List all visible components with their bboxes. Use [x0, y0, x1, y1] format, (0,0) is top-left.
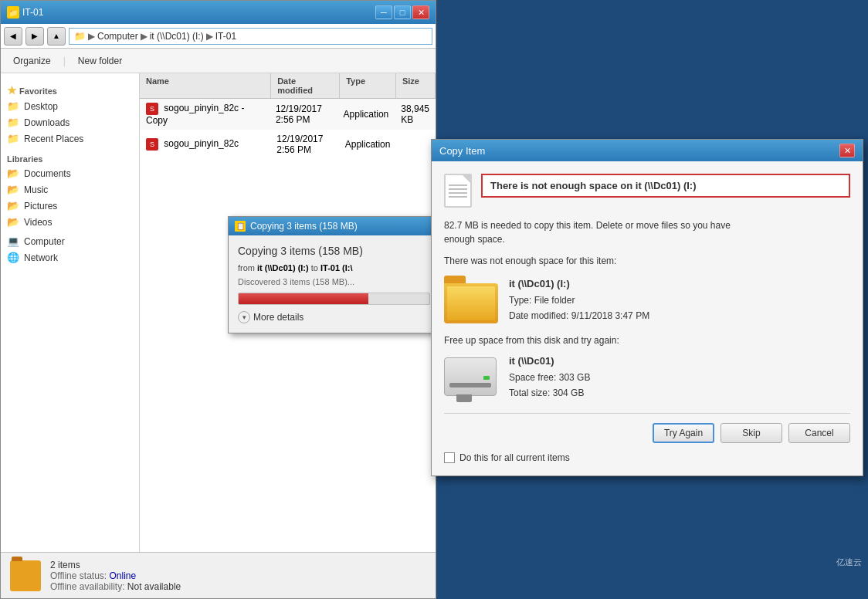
network-icon: 🌐	[7, 252, 19, 263]
watermark: 亿速云	[836, 557, 862, 568]
back-button[interactable]: ◀	[4, 27, 22, 46]
error-description: 82.7 MB is needed to copy this item. Del…	[444, 218, 850, 246]
copy-dialog-icon: 📋	[235, 221, 246, 232]
network-label: Network	[24, 252, 58, 263]
explorer-window-icon: 📁	[7, 6, 19, 19]
drive-section: it (\\Dc01) Space free: 303 GB Total siz…	[444, 352, 850, 402]
status-folder-icon	[10, 560, 41, 591]
downloads-label: Downloads	[24, 117, 70, 128]
table-row[interactable]: S sogou_pinyin_82c - Copy 12/19/2017 2:5…	[140, 99, 436, 130]
file-date-cell: 12/19/2017 2:56 PM	[270, 131, 338, 157]
error-dialog-body: There is not enough space on it (\\Dc01)…	[432, 161, 863, 475]
copy-discovered: Discovered 3 items (158 MB)...	[238, 277, 430, 286]
folder-type: Type: File folder	[509, 293, 649, 308]
copy-dialog: 📋 Copying 3 items (158 MB) Copying 3 ite…	[228, 216, 440, 333]
error-dialog-close-button[interactable]: ✕	[839, 144, 855, 157]
up-button[interactable]: ▲	[47, 27, 66, 46]
address-path[interactable]: 📁 ▶ Computer ▶ it (\\Dc01) (I:) ▶ IT-01	[69, 28, 432, 45]
new-folder-button[interactable]: New folder	[72, 52, 128, 70]
error-dialog-title-bar: Copy Item ✕	[432, 140, 863, 161]
file-type-cell: Application	[339, 137, 397, 152]
large-folder-icon	[444, 276, 498, 323]
libraries-header: Libraries	[1, 150, 139, 165]
favorites-header: ★ Favorites	[1, 80, 139, 98]
downloads-icon: 📁	[7, 117, 19, 128]
copy-dialog-title-bar: 📋 Copying 3 items (158 MB)	[229, 217, 439, 235]
copy-dialog-from: from it (\\Dc01) (I:) to IT-01 (I:\	[238, 263, 430, 272]
sidebar-item-music[interactable]: 📂 Music	[1, 181, 139, 198]
organize-button[interactable]: Organize	[7, 52, 57, 70]
free-space-label: Free up space from this disk and try aga…	[444, 335, 850, 346]
maximize-button[interactable]: □	[394, 5, 411, 19]
sidebar: ★ Favorites 📁 Desktop 📁 Downloads 📁 Rece…	[1, 73, 140, 552]
table-row[interactable]: S sogou_pinyin_82c 12/19/2017 2:56 PM Ap…	[140, 130, 436, 159]
error-buttons: Try Again Skip Cancel	[444, 423, 850, 443]
forward-button[interactable]: ▶	[25, 27, 44, 46]
folder-body	[444, 283, 498, 323]
sidebar-item-downloads[interactable]: 📁 Downloads	[1, 114, 139, 130]
drive-name: it (\\Dc01)	[509, 353, 590, 370]
copy-dialog-title-text: Copying 3 items (158 MB)	[250, 221, 358, 232]
computer-icon: 💻	[7, 235, 19, 247]
not-enough-label: There was not enough space for this item…	[444, 256, 850, 266]
more-details-label: More details	[253, 312, 303, 323]
documents-icon: 📂	[7, 168, 19, 179]
items-count: 2 items	[50, 560, 181, 570]
desktop-label: Desktop	[24, 101, 58, 112]
sidebar-item-recent-places[interactable]: 📁 Recent Places	[1, 130, 139, 147]
file-size-cell	[396, 142, 436, 147]
sidebar-item-network[interactable]: 🌐 Network	[1, 249, 139, 266]
path-drive: it (\\Dc01) (I:)	[150, 31, 204, 42]
close-button[interactable]: ✕	[412, 5, 429, 19]
folder-info-section: it (\\Dc01) (I:) Type: File folder Date …	[444, 276, 850, 324]
address-bar: ◀ ▶ ▲ 📁 ▶ Computer ▶ it (\\Dc01) (I:) ▶ …	[1, 24, 436, 49]
toolbar-separator: |	[63, 56, 66, 66]
more-details-row[interactable]: ▾ More details	[238, 311, 430, 323]
sidebar-item-pictures[interactable]: 📂 Pictures	[1, 198, 139, 214]
status-bar: 2 items Offline status: Online Offline a…	[1, 552, 436, 598]
copy-dest: IT-01 (I:\	[320, 263, 353, 272]
copy-source: it (\\Dc01) (I:)	[257, 263, 309, 272]
path-folder: IT-01	[215, 31, 236, 42]
cancel-button[interactable]: Cancel	[788, 423, 850, 443]
computer-section: 💻 Computer 🌐 Network	[1, 233, 139, 266]
title-bar-buttons: ─ □ ✕	[375, 5, 429, 19]
file-list-header: Name Date modified Type Size	[140, 73, 436, 99]
app-icon: S	[146, 103, 158, 115]
col-type-header[interactable]: Type	[340, 73, 396, 98]
error-header-row: There is not enough space on it (\\Dc01)…	[444, 174, 850, 208]
documents-label: Documents	[24, 168, 71, 179]
drive-icon	[444, 352, 498, 402]
sidebar-item-desktop[interactable]: 📁 Desktop	[1, 98, 139, 114]
checkbox-row: Do this for all current items	[444, 452, 850, 463]
drive-connector	[456, 394, 472, 402]
status-info: 2 items Offline status: Online Offline a…	[50, 560, 181, 592]
col-date-header[interactable]: Date modified	[271, 73, 340, 98]
minimize-button[interactable]: ─	[375, 5, 392, 19]
sidebar-item-videos[interactable]: 📂 Videos	[1, 214, 139, 230]
try-again-button[interactable]: Try Again	[653, 423, 714, 443]
pictures-label: Pictures	[24, 201, 57, 212]
error-dialog-title-text: Copy Item	[439, 145, 485, 157]
error-doc-icon	[444, 174, 472, 208]
col-name-header[interactable]: Name	[140, 73, 271, 98]
file-name-cell: S sogou_pinyin_82c	[140, 136, 270, 153]
videos-icon: 📂	[7, 216, 19, 228]
skip-button[interactable]: Skip	[721, 423, 782, 443]
desktop-icon: 📁	[7, 100, 19, 112]
error-dialog: Copy Item ✕ There is not enough space on…	[431, 139, 863, 476]
explorer-toolbar: Organize | New folder	[1, 49, 436, 73]
do-for-all-label: Do this for all current items	[459, 452, 570, 463]
file-size-cell: 38,945 KB	[395, 101, 436, 127]
recent-places-label: Recent Places	[24, 134, 83, 144]
drive-body	[444, 357, 497, 396]
offline-status: Offline status: Online	[50, 570, 181, 581]
favorites-section: ★ Favorites 📁 Desktop 📁 Downloads 📁 Rece…	[1, 80, 139, 147]
explorer-title-bar: 📁 IT-01 ─ □ ✕	[1, 1, 436, 24]
sidebar-item-documents[interactable]: 📂 Documents	[1, 165, 139, 181]
recent-places-icon: 📁	[7, 133, 19, 144]
sidebar-item-computer[interactable]: 💻 Computer	[1, 233, 139, 249]
do-for-all-checkbox[interactable]	[444, 452, 455, 463]
drive-details: it (\\Dc01) Space free: 303 GB Total siz…	[509, 353, 590, 401]
col-size-header[interactable]: Size	[396, 73, 436, 98]
